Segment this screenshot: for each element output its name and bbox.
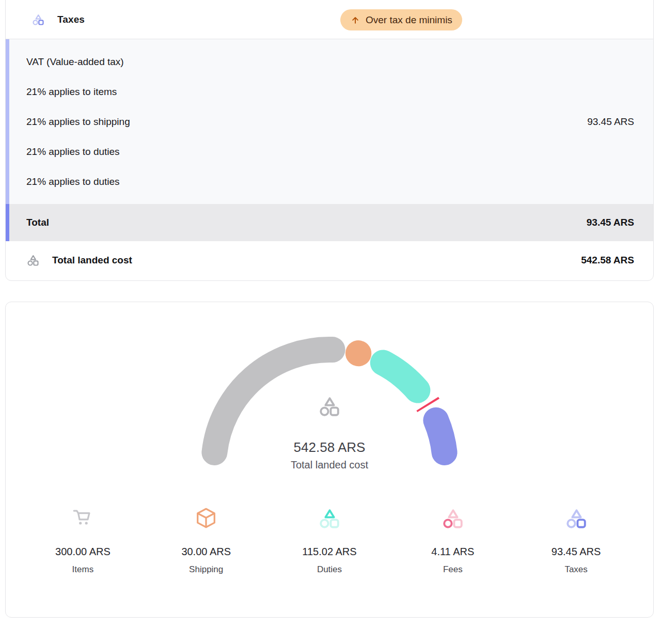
shapes-icon-duties — [318, 507, 341, 530]
stat-fees: 4.11 ARS Fees — [391, 507, 514, 575]
total-value: 93.45 ARS — [587, 217, 634, 228]
taxes-total-row: Total 93.45 ARS — [6, 204, 653, 241]
landed-cost-shapes-icon — [26, 254, 40, 267]
taxes-card: Taxes Over tax de minimis VAT (Value-add… — [5, 0, 654, 281]
total-landed-cost-label: Total landed cost — [52, 255, 132, 266]
badge-label: Over tax de minimis — [366, 14, 452, 26]
taxes-title: Taxes — [57, 14, 85, 25]
vat-row: 21% applies to shipping 93.45 ARS — [26, 107, 634, 137]
vat-row: 21% applies to duties — [26, 167, 634, 197]
landed-cost-shapes-icon — [318, 395, 341, 418]
total-landed-cost-value: 542.58 ARS — [581, 255, 634, 266]
taxes-shapes-icon — [32, 13, 45, 26]
stat-value: 300.00 ARS — [55, 546, 111, 558]
vat-detail-section: VAT (Value-added tax) 21% applies to ite… — [6, 39, 653, 204]
gauge-center-label: Total landed cost — [195, 459, 464, 471]
vat-row-label: VAT (Value-added tax) — [26, 56, 124, 68]
stat-value: 4.11 ARS — [431, 546, 474, 558]
stat-duties: 115.02 ARS Duties — [268, 507, 391, 575]
stat-items: 300.00 ARS Items — [21, 507, 145, 575]
taxes-card-header: Taxes Over tax de minimis — [6, 0, 653, 39]
gauge-segment-duties[interactable] — [383, 363, 418, 390]
stat-label: Duties — [317, 564, 342, 575]
vat-row-label: 21% applies to duties — [26, 146, 120, 158]
stat-label: Fees — [443, 564, 463, 575]
landed-cost-gauge: 542.58 ARS Total landed cost — [195, 330, 464, 477]
package-icon — [194, 507, 218, 530]
vat-row-label: 21% applies to shipping — [26, 116, 130, 128]
arrow-up-icon — [350, 15, 360, 25]
stat-label: Items — [72, 564, 94, 575]
vat-row-value: 93.45 ARS — [587, 116, 634, 128]
vat-row-label: 21% applies to items — [26, 86, 117, 98]
over-de-minimis-badge: Over tax de minimis — [340, 9, 462, 30]
stat-label: Shipping — [189, 564, 223, 575]
vat-row: VAT (Value-added tax) — [26, 47, 634, 77]
cart-icon — [71, 507, 95, 530]
cost-breakdown-card: 542.58 ARS Total landed cost 300.00 ARS … — [5, 302, 654, 618]
stat-value: 93.45 ARS — [552, 546, 601, 558]
cost-stats-row: 300.00 ARS Items 30.00 ARS Shipping — [6, 477, 653, 575]
shapes-icon-taxes — [564, 507, 588, 530]
stat-taxes: 93.45 ARS Taxes — [514, 507, 638, 575]
stat-value: 30.00 ARS — [181, 546, 231, 558]
gauge-center-value: 542.58 ARS — [195, 439, 464, 455]
vat-row: 21% applies to duties — [26, 137, 634, 167]
vat-row: 21% applies to items — [26, 77, 634, 107]
gauge-segment-fees[interactable] — [428, 404, 429, 405]
gauge-segment-items[interactable] — [214, 350, 332, 452]
shapes-icon-fees — [441, 507, 465, 530]
vat-row-label: 21% applies to duties — [26, 176, 120, 187]
stat-label: Taxes — [564, 564, 587, 575]
stat-value: 115.02 ARS — [302, 546, 356, 558]
total-label: Total — [26, 217, 49, 228]
total-landed-cost-row: Total landed cost 542.58 ARS — [6, 241, 653, 280]
stat-shipping: 30.00 ARS Shipping — [145, 507, 268, 575]
